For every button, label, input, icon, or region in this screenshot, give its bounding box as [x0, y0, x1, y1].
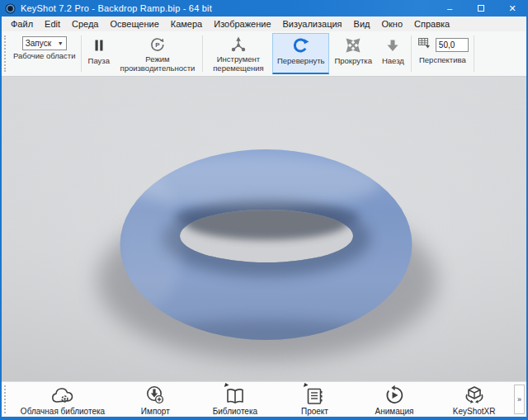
animation-button[interactable]: Анимация	[355, 383, 435, 416]
perspective-label: Перспектива	[419, 56, 466, 65]
chevron-down-icon: ▼	[58, 40, 64, 46]
cloud-library-button[interactable]: Облачная библиотека	[10, 383, 116, 416]
toolbar-drag-handle[interactable]	[4, 35, 8, 72]
project-button[interactable]: Проект	[275, 383, 355, 416]
library-button[interactable]: Библиотека	[196, 383, 276, 416]
dock-overflow-button[interactable]: »	[514, 385, 525, 414]
perspective-group: Перспектива	[413, 33, 472, 74]
maximize-icon	[478, 5, 484, 12]
pause-icon	[91, 35, 107, 55]
minimize-button[interactable]: –	[434, 0, 465, 17]
workspace-label: Рабочие области	[13, 52, 76, 61]
render-viewport[interactable]	[2, 77, 526, 381]
tumble-button[interactable]: Перевернуть	[272, 33, 329, 74]
close-button[interactable]: ✕	[497, 0, 528, 17]
menu-file[interactable]: Файл	[5, 17, 39, 31]
dock-drag-handle[interactable]	[4, 385, 8, 413]
maximize-button[interactable]	[465, 0, 497, 17]
performance-mode-button[interactable]: P Режим производительности	[115, 33, 200, 74]
menu-render[interactable]: Визуализация	[277, 17, 348, 31]
menu-environment[interactable]: Среда	[66, 17, 104, 31]
bottom-dock: Облачная библиотека Импорт	[2, 381, 526, 417]
workspace-select[interactable]: Запуск ▼	[22, 36, 67, 50]
menu-camera[interactable]: Камера	[165, 17, 208, 31]
rotate-icon	[292, 35, 310, 55]
toolbar-separator	[411, 35, 412, 72]
pan-button[interactable]: Прокрутка	[329, 33, 376, 74]
pan-arrows-icon	[345, 35, 361, 55]
main-toolbar: Запуск ▼ Рабочие области Пауза P Режим п…	[2, 31, 526, 77]
menu-help[interactable]: Справка	[408, 17, 455, 31]
library-book-icon	[224, 385, 247, 406]
keyshotxr-cube-icon	[463, 385, 486, 406]
keyshotxr-button[interactable]: KeyShotXR	[434, 383, 514, 416]
menu-image[interactable]: Изображение	[208, 17, 276, 31]
import-icon	[144, 385, 166, 406]
toolbar-separator	[474, 35, 474, 72]
dolly-button[interactable]: Наезд	[377, 33, 409, 74]
pause-button[interactable]: Пауза	[83, 33, 115, 74]
move-tool-button[interactable]: Инструмент перемещения	[205, 33, 272, 74]
svg-text:P: P	[155, 41, 160, 49]
cloud-library-icon	[50, 385, 75, 406]
menu-view[interactable]: Вид	[348, 17, 376, 31]
torus-scene	[2, 77, 526, 381]
menu-edit[interactable]: Edit	[39, 17, 66, 31]
menu-bar: Файл Edit Среда Освещение Камера Изображ…	[2, 17, 526, 31]
perspective-grid-icon	[417, 35, 431, 54]
perspective-value-input[interactable]	[436, 38, 469, 52]
move-gizmo-icon	[230, 35, 247, 54]
menu-window[interactable]: Окно	[375, 17, 408, 31]
dolly-arrow-icon	[384, 35, 401, 55]
workspace-select-value: Запуск	[26, 39, 51, 48]
workspace-group: Запуск ▼ Рабочие области	[10, 33, 79, 74]
project-notebook-icon	[304, 385, 325, 406]
performance-icon: P	[149, 35, 166, 54]
title-bar: KeyShot 7.2 Pro - Backdrop Ramp.bip - 64…	[0, 0, 528, 17]
toolbar-separator	[202, 35, 203, 72]
app-window: KeyShot 7.2 Pro - Backdrop Ramp.bip - 64…	[0, 0, 528, 420]
menu-lighting[interactable]: Освещение	[105, 17, 165, 31]
window-title: KeyShot 7.2 Pro - Backdrop Ramp.bip - 64…	[21, 3, 434, 13]
animation-icon	[384, 385, 405, 406]
import-button[interactable]: Импорт	[116, 383, 196, 416]
toolbar-separator	[81, 35, 82, 72]
keyshot-app-icon	[5, 3, 16, 14]
